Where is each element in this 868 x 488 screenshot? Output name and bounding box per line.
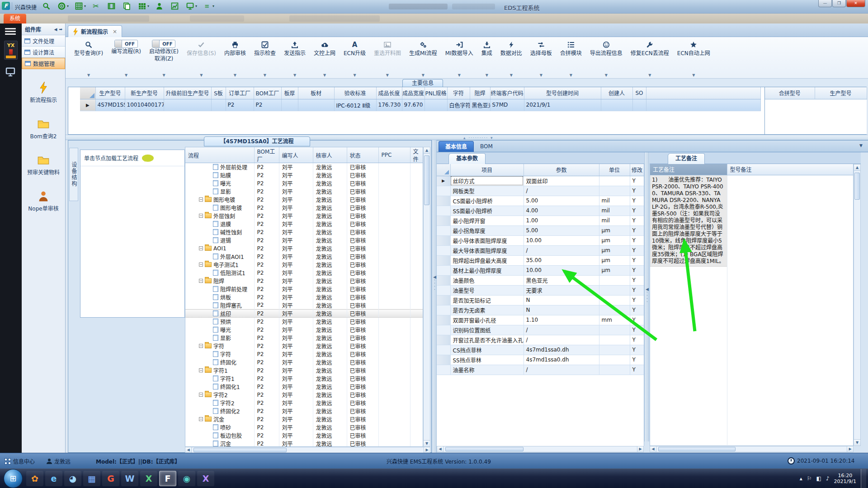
tree-cell-reviewer[interactable]: 龙敦远 bbox=[313, 285, 347, 293]
tab-basic-info[interactable]: 基本信息 bbox=[439, 141, 474, 152]
parameter-modifiable[interactable]: Y bbox=[630, 255, 644, 265]
main-table-column-header[interactable]: 成品长度 bbox=[376, 87, 402, 99]
flow-tree-row[interactable]: − 图形电镀 P2 刘平 龙敦远 已审核 bbox=[185, 204, 423, 212]
parameter-name[interactable]: 基材上最小阻焊厚度 bbox=[450, 265, 524, 275]
workstation-icon[interactable] bbox=[5, 67, 17, 78]
parameter-name[interactable]: 是否加无铅标记 bbox=[450, 295, 524, 305]
merge-column-header[interactable]: 合拼型号 bbox=[765, 87, 815, 99]
tree-cell-writer[interactable]: 刘平 bbox=[279, 407, 313, 415]
parameter-unit[interactable] bbox=[599, 176, 630, 186]
parameter-value[interactable]: 10.00 bbox=[524, 265, 599, 275]
parameter-row[interactable]: 阻焊超出焊盘最大高度 35.00 μm Y bbox=[437, 255, 644, 265]
flow-tree-row[interactable]: − 预烘 P2 刘平 龙敦远 已审核 bbox=[185, 318, 423, 326]
tree-column-header[interactable]: 编写人 bbox=[279, 147, 313, 163]
main-table-selected-row[interactable]: ▶4S7MD1SSA010010400177376P2P2IPC-6012 Ⅱ级… bbox=[80, 99, 760, 111]
splitter-grip[interactable]: ▴ ········· ▾ bbox=[463, 136, 494, 140]
parameter-modifiable[interactable]: Y bbox=[630, 216, 644, 225]
flow-tree-row[interactable]: − 丝印 P2 刘平 龙敦远 已审核 bbox=[185, 310, 423, 318]
column-header-item[interactable]: 项目 bbox=[450, 164, 524, 176]
flow-tree-row[interactable]: − 退膜 P2 刘平 龙敦远 已审核 bbox=[185, 220, 423, 228]
parameter-modifiable[interactable]: Y bbox=[630, 265, 644, 275]
parameter-row[interactable]: 最大导体表面阻焊厚度 / μm Y bbox=[437, 245, 644, 255]
merge-column-header[interactable]: 生产型号 bbox=[815, 87, 867, 99]
tree-cell-status[interactable]: 已审核 bbox=[347, 318, 378, 326]
tree-cell-doc[interactable] bbox=[410, 196, 423, 204]
ribbon-button[interactable]: 文控上网 ▼ bbox=[310, 40, 340, 77]
yx-logo-icon[interactable]: YX bbox=[4, 41, 18, 60]
tool-shortcut[interactable]: Nope单审核 bbox=[22, 189, 65, 212]
parameter-modifiable[interactable]: Y bbox=[630, 325, 644, 335]
parameter-name[interactable]: 开窗过孔是否不允许油墨入孔 bbox=[450, 335, 524, 345]
flow-tree-row[interactable]: − 沉金 P2 刘平 龙敦远 已审核 bbox=[185, 440, 423, 447]
system-menu-tab[interactable]: 系统 bbox=[4, 14, 26, 23]
tree-cell-reviewer[interactable]: 龙敦远 bbox=[313, 310, 347, 318]
main-table-cell[interactable] bbox=[601, 99, 632, 111]
chevron-down-icon[interactable]: ▼ bbox=[353, 73, 356, 77]
ribbon-button[interactable]: 集成 ▼ bbox=[477, 40, 496, 77]
tree-cell-status[interactable]: 已审核 bbox=[347, 407, 378, 415]
tree-cell-reviewer[interactable]: 龙敦远 bbox=[313, 204, 347, 212]
tree-cell-ppc[interactable] bbox=[378, 301, 410, 310]
tree-cell-bom[interactable]: P2 bbox=[254, 204, 279, 212]
tree-cell-writer[interactable]: 刘平 bbox=[279, 375, 313, 383]
chevron-down-icon[interactable]: ▼ bbox=[486, 73, 488, 77]
tree-cell-doc[interactable] bbox=[410, 277, 423, 285]
scroll-down-icon[interactable]: ▼ bbox=[424, 440, 430, 446]
main-table-cell[interactable]: P2 bbox=[226, 99, 254, 111]
flow-tree-row[interactable]: − 外层AOI1 P2 刘平 龙敦远 已审核 bbox=[185, 253, 423, 261]
scroll-down-icon[interactable]: ▼ bbox=[854, 439, 860, 446]
column-header-unit[interactable]: 单位 bbox=[599, 164, 630, 176]
tree-cell-writer[interactable]: 刘平 bbox=[279, 212, 313, 220]
tree-cell-bom[interactable]: P2 bbox=[254, 366, 279, 375]
taskbar-app-icon[interactable]: X bbox=[197, 471, 214, 486]
tree-cell-ppc[interactable] bbox=[378, 188, 410, 196]
tree-cell-doc[interactable] bbox=[410, 228, 423, 236]
tree-column-header[interactable]: PPC bbox=[378, 147, 410, 163]
parameter-row[interactable]: 油墨颜色 黑色亚光 Y bbox=[437, 275, 644, 285]
parameter-unit[interactable]: μm bbox=[599, 265, 630, 275]
flow-tree-row[interactable]: − 图形电镀 P2 刘平 龙敦远 已审核 bbox=[185, 196, 423, 204]
ribbon-button[interactable]: 型号查询(F) ▼ bbox=[70, 40, 107, 77]
nav-back-icon[interactable]: ◀ bbox=[53, 27, 58, 32]
tree-cell-bom[interactable]: P2 bbox=[254, 391, 279, 399]
main-table-column-header[interactable]: 订单工厂 bbox=[226, 87, 254, 99]
taskbar-app-icon[interactable]: F bbox=[159, 471, 176, 486]
tree-cell-doc[interactable] bbox=[410, 366, 423, 375]
tree-cell-reviewer[interactable]: 龙敦远 bbox=[313, 188, 347, 196]
flow-tree-row[interactable]: − 曝光 P2 刘平 龙敦远 已审核 bbox=[185, 326, 423, 334]
parameter-modifiable[interactable]: Y bbox=[630, 335, 644, 345]
tree-cell-doc[interactable] bbox=[410, 318, 423, 326]
tree-cell-bom[interactable]: P2 bbox=[254, 334, 279, 342]
tree-cell-ppc[interactable] bbox=[378, 415, 410, 423]
flow-tree-row[interactable]: − 终固化 P2 刘平 龙敦远 已审核 bbox=[185, 358, 423, 366]
scrollbar-thumb[interactable] bbox=[658, 447, 736, 451]
chevron-down-icon[interactable]: ▼ bbox=[323, 73, 326, 77]
tray-icon[interactable]: ♪ bbox=[826, 475, 830, 482]
parameter-value[interactable]: 1.00 bbox=[524, 216, 599, 225]
tree-cell-status[interactable]: 已审核 bbox=[347, 261, 378, 269]
main-table-column-header[interactable] bbox=[646, 87, 760, 99]
tree-expander-icon[interactable]: − bbox=[199, 214, 203, 218]
ribbon-button[interactable]: MI数据导入 ▼ bbox=[441, 40, 477, 77]
tree-cell-doc[interactable] bbox=[410, 383, 423, 391]
tree-cell-reviewer[interactable]: 龙敦远 bbox=[313, 440, 347, 447]
parameter-modifiable[interactable]: Y bbox=[630, 365, 644, 375]
tree-cell-bom[interactable]: P2 bbox=[254, 326, 279, 334]
ribbon-button[interactable]: 生成MI流程 ▼ bbox=[405, 40, 441, 77]
tree-cell-bom[interactable]: P2 bbox=[254, 244, 279, 253]
quick-toolbar-icon[interactable]: ✂ bbox=[91, 1, 100, 10]
flow-tree-row[interactable]: − 显影 P2 刘平 龙敦远 已审核 bbox=[185, 334, 423, 342]
device-structure-strip[interactable]: 设备结构 bbox=[69, 148, 78, 201]
tree-cell-status[interactable]: 已审核 bbox=[347, 310, 378, 318]
parameter-unit[interactable]: μm bbox=[599, 225, 630, 235]
tree-cell-writer[interactable]: 刘平 bbox=[279, 179, 313, 188]
parameter-unit[interactable] bbox=[599, 345, 630, 355]
parameter-value[interactable]: 双面丝印 bbox=[524, 176, 599, 186]
tree-cell-bom[interactable]: P2 bbox=[254, 310, 279, 318]
main-info-tab[interactable]: 主要信息 bbox=[402, 79, 443, 87]
tree-cell-ppc[interactable] bbox=[378, 350, 410, 358]
chevron-down-icon[interactable]: ▼ bbox=[293, 73, 296, 77]
tree-cell-writer[interactable]: 刘平 bbox=[279, 399, 313, 407]
chevron-down-icon[interactable]: ▼ bbox=[458, 73, 461, 77]
close-button[interactable]: ✕ bbox=[846, 0, 865, 7]
